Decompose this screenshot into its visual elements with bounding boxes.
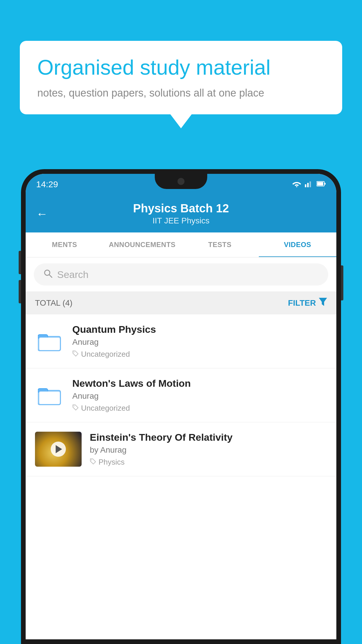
video-title: Quantum Physics bbox=[72, 324, 327, 335]
search-icon bbox=[43, 269, 52, 280]
search-placeholder: Search bbox=[57, 269, 89, 280]
video-info: Einstein's Theory Of Relativity by Anura… bbox=[90, 432, 327, 467]
svg-rect-16 bbox=[39, 391, 60, 404]
notch bbox=[155, 174, 207, 189]
svg-rect-2 bbox=[307, 183, 309, 187]
video-title: Einstein's Theory Of Relativity bbox=[90, 432, 327, 443]
app-header: ← Physics Batch 12 IIT JEE Physics bbox=[26, 195, 336, 232]
volume-down-button bbox=[19, 280, 21, 303]
filter-row: TOTAL (4) FILTER bbox=[26, 291, 336, 314]
video-info: Quantum Physics Anurag Uncategorized bbox=[72, 324, 327, 359]
svg-rect-6 bbox=[324, 183, 326, 185]
video-author: Anurag bbox=[72, 337, 327, 347]
search-box[interactable]: Search bbox=[34, 263, 328, 286]
tag-icon bbox=[72, 404, 79, 413]
battery-icon bbox=[317, 181, 326, 188]
tab-announcements[interactable]: ANNOUNCEMENTS bbox=[103, 232, 181, 257]
status-time: 14:29 bbox=[36, 179, 58, 189]
search-container: Search bbox=[26, 258, 336, 291]
play-button[interactable] bbox=[51, 442, 66, 457]
header-title: Physics Batch 12 bbox=[36, 202, 326, 215]
svg-marker-9 bbox=[319, 298, 327, 306]
svg-line-8 bbox=[49, 275, 52, 277]
wifi-icon bbox=[292, 180, 301, 188]
video-title: Newton's Laws of Motion bbox=[72, 378, 327, 389]
svg-rect-3 bbox=[310, 181, 311, 187]
volume-up-button bbox=[19, 251, 21, 274]
tab-tests[interactable]: TESTS bbox=[181, 232, 259, 257]
signal-icon bbox=[305, 180, 313, 188]
tab-bar: MENTS ANNOUNCEMENTS TESTS VIDEOS bbox=[26, 232, 336, 258]
video-list: Quantum Physics Anurag Uncategorized bbox=[26, 314, 336, 476]
video-thumbnail bbox=[35, 432, 82, 467]
list-item[interactable]: Newton's Laws of Motion Anurag Uncategor… bbox=[26, 368, 336, 422]
status-bar: 14:29 bbox=[26, 174, 336, 195]
video-author: by Anurag bbox=[90, 445, 327, 455]
video-tag: Uncategorized bbox=[72, 404, 327, 413]
video-info: Newton's Laws of Motion Anurag Uncategor… bbox=[72, 378, 327, 413]
status-icons bbox=[292, 180, 326, 188]
video-author: Anurag bbox=[72, 391, 327, 401]
filter-funnel-icon bbox=[319, 298, 327, 308]
bubble-subtitle: notes, question papers, solutions all at… bbox=[37, 87, 325, 99]
total-count: TOTAL (4) bbox=[35, 298, 73, 308]
phone-frame: 14:29 bbox=[21, 169, 341, 644]
video-tag: Physics bbox=[90, 458, 327, 467]
folder-icon bbox=[35, 381, 64, 410]
header-subtitle: IIT JEE Physics bbox=[36, 216, 326, 225]
bubble-title: Organised study material bbox=[37, 55, 325, 80]
svg-point-0 bbox=[296, 186, 297, 187]
filter-button[interactable]: FILTER bbox=[288, 298, 327, 308]
svg-rect-5 bbox=[317, 182, 323, 186]
svg-point-18 bbox=[91, 460, 92, 461]
svg-point-13 bbox=[74, 352, 75, 353]
tag-icon bbox=[72, 350, 79, 359]
tag-icon bbox=[90, 458, 96, 467]
camera-dot bbox=[178, 178, 184, 185]
phone-screen: 14:29 bbox=[26, 174, 336, 639]
folder-icon bbox=[35, 327, 64, 356]
back-button[interactable]: ← bbox=[36, 207, 48, 220]
svg-rect-12 bbox=[39, 337, 60, 350]
speech-bubble: Organised study material notes, question… bbox=[20, 41, 342, 114]
list-item[interactable]: Einstein's Theory Of Relativity by Anura… bbox=[26, 422, 336, 476]
tab-videos[interactable]: VIDEOS bbox=[259, 232, 337, 257]
tab-ments[interactable]: MENTS bbox=[26, 232, 103, 257]
svg-point-17 bbox=[74, 406, 75, 407]
video-tag: Uncategorized bbox=[72, 350, 327, 359]
svg-rect-1 bbox=[305, 184, 306, 187]
speech-bubble-container: Organised study material notes, question… bbox=[20, 41, 342, 114]
power-button bbox=[341, 265, 343, 300]
list-item[interactable]: Quantum Physics Anurag Uncategorized bbox=[26, 314, 336, 368]
